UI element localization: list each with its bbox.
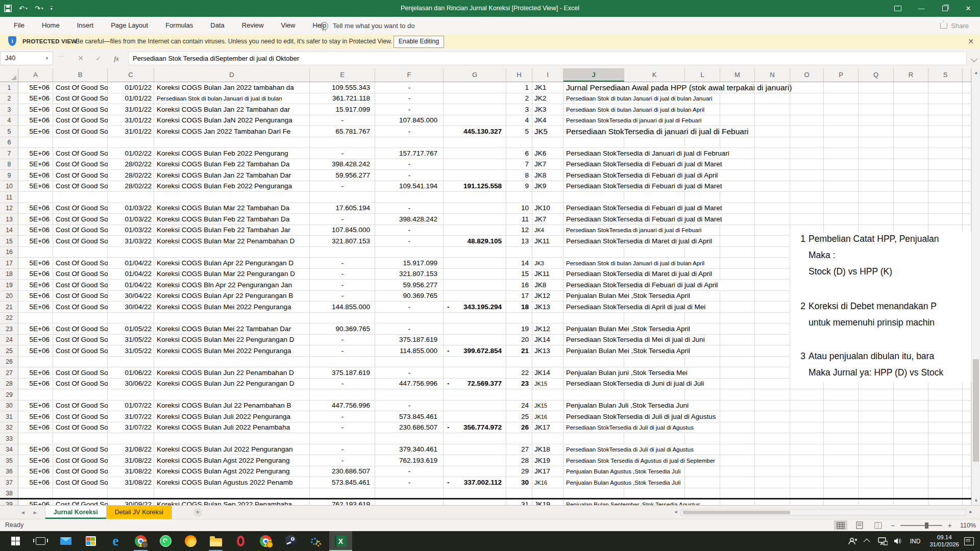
cell-H28[interactable]: 23 [506, 379, 532, 389]
cell-J23[interactable]: Penjualan Bulan Mei ,Stok Tersedia April [564, 324, 693, 334]
col-header-D[interactable]: D [154, 68, 310, 82]
cell-A14[interactable]: 5E+06 [18, 225, 53, 235]
cell-C36[interactable]: 31/08/22 [108, 466, 154, 477]
cell-I15[interactable]: JK11 [532, 236, 564, 246]
cell-F35[interactable]: 762.193.619 [375, 456, 444, 466]
cell-I23[interactable]: JK12 [532, 324, 564, 334]
cell-H25[interactable]: 21 [506, 346, 532, 356]
col-header-S[interactable]: S [928, 68, 963, 82]
cell-F30[interactable]: - [375, 400, 444, 411]
cell-C7[interactable]: 01/02/22 [108, 148, 154, 159]
cell-C2[interactable]: 01/01/22 [108, 93, 154, 104]
cell-J3[interactable]: Persediaan Stok di bulan Januari di jual… [564, 105, 707, 115]
taskbar-edge-icon[interactable]: e [104, 531, 127, 551]
name-box[interactable]: J40 ▼ [0, 52, 53, 65]
cell-D2[interactable]: Persediaan Stok di bulan Januari di jual… [154, 93, 309, 104]
cell-I39[interactable]: JK19 [532, 499, 564, 505]
cell-C28[interactable]: 30/06/22 [108, 379, 154, 389]
scroll-left-icon[interactable]: ◄ [674, 510, 678, 514]
zoom-level[interactable]: 110% [958, 522, 976, 529]
cell-D9[interactable]: Koreksi COGS Bulan Jan 22 Tambahan Dar [154, 170, 309, 181]
row-header-3[interactable]: 3 [0, 105, 18, 115]
row-header-21[interactable]: 21 [0, 302, 18, 312]
row-header-10[interactable]: 10 [0, 181, 18, 191]
cell-B37[interactable]: Cost Of Good So [53, 478, 108, 488]
cell-H27[interactable]: 22 [506, 368, 532, 378]
scroll-down-icon[interactable]: ▼ [972, 496, 980, 505]
cell-F32[interactable]: 230.686.507 [375, 422, 444, 433]
cell-E9[interactable]: 59.956.277 [310, 170, 375, 181]
cell-A31[interactable]: 5E+06 [18, 412, 53, 422]
cell-C37[interactable]: 31/08/22 [108, 478, 154, 488]
cell-A4[interactable]: 5E+06 [18, 115, 53, 126]
taskbar-mail-icon[interactable] [54, 531, 77, 551]
cell-A30[interactable]: 5E+06 [18, 400, 53, 411]
tell-me-box[interactable]: Tell me what you want to do [321, 17, 414, 34]
cell-D10[interactable]: Koreksi COGS Bulan Feb 2022 Penguranga [154, 181, 309, 191]
cell-J36[interactable]: Penjualan Bulan Agustus ,Stok Tersedia J… [564, 466, 683, 477]
cell-D32[interactable]: Koreksi COGS Bulan Juli 2022 Penambaha [154, 422, 309, 433]
formula-input[interactable]: Persediaan Stok Tersedia diSeptember di … [128, 52, 967, 65]
cell-H30[interactable]: 24 [506, 400, 532, 411]
cell-F10[interactable]: 109.541.194 [375, 181, 444, 191]
cell-J2[interactable]: Persediaan Stok di bulan Januari di jual… [564, 93, 715, 104]
zoom-in-icon[interactable]: + [948, 521, 952, 530]
share-button[interactable]: Share [940, 17, 969, 34]
people-icon[interactable] [845, 531, 860, 551]
cell-B8[interactable]: Cost Of Good So [53, 159, 108, 169]
cell-E36[interactable]: 230.686.507 [310, 466, 375, 477]
col-header-P[interactable]: P [824, 68, 859, 82]
row-header-39[interactable]: 39 [0, 499, 18, 505]
col-header-E[interactable]: E [310, 68, 375, 82]
cell-E15[interactable]: 321.807.153 [310, 236, 375, 246]
cell-B12[interactable]: Cost Of Good So [53, 203, 108, 213]
ribbon-tab-data[interactable]: Data [202, 17, 233, 34]
cell-A27[interactable]: 5E+06 [18, 368, 53, 378]
cell-F37[interactable]: - [375, 478, 444, 488]
cell-I5[interactable]: JK5 [532, 127, 564, 137]
cell-B28[interactable]: Cost Of Good So [53, 379, 108, 389]
cell-H18[interactable]: 15 [506, 269, 532, 279]
cell-B14[interactable]: Cost Of Good So [53, 225, 108, 235]
cell-B20[interactable]: Cost Of Good So [53, 291, 108, 301]
cell-E13[interactable]: - [310, 214, 375, 224]
cell-H32[interactable]: 26 [506, 422, 532, 433]
cell-H2[interactable]: 2 [506, 93, 532, 104]
formula-bar-splitter[interactable]: ⋮ [59, 54, 65, 60]
taskbar-start-icon[interactable] [4, 531, 27, 551]
col-header-H[interactable]: H [506, 68, 532, 82]
cell-A21[interactable]: 5E+06 [18, 302, 53, 312]
cell-D12[interactable]: Koreksi COGS Bulan Mar 22 Tambahan Da [154, 203, 309, 213]
cell-J34[interactable]: Persediaan StokTersedia di Juli di jual … [564, 444, 697, 455]
cell-A17[interactable]: 5E+06 [18, 258, 53, 268]
row-header-18[interactable]: 18 [0, 269, 18, 279]
cell-C9[interactable]: 28/02/22 [108, 170, 154, 181]
cell-B15[interactable]: Cost Of Good So [53, 236, 108, 246]
cell-I18[interactable]: JK11 [532, 269, 564, 279]
cell-E39[interactable]: 762.193.619 [310, 499, 375, 505]
horizontal-scrollbar[interactable]: ◄ ► [674, 509, 973, 516]
cell-J35[interactable]: Persediaan Stok Tersedia di Agustus di j… [564, 456, 718, 466]
cell-G32[interactable]: -356.774.972 [444, 422, 506, 433]
taskbar-settings-icon[interactable] [304, 531, 327, 551]
cell-A37[interactable]: 5E+06 [18, 478, 53, 488]
page-break-view-icon[interactable] [872, 520, 885, 530]
cell-E7[interactable]: - [310, 148, 375, 159]
cell-J15[interactable]: Persediaan StokTersedia di Maret di jual… [564, 236, 715, 246]
cell-I8[interactable]: JK7 [532, 159, 564, 169]
cell-F5[interactable]: - [375, 127, 444, 137]
scroll-right-icon[interactable]: ► [969, 510, 973, 514]
cell-A7[interactable]: 5E+06 [18, 148, 53, 159]
cell-F25[interactable]: 114.855.000 [375, 346, 444, 356]
row-header-25[interactable]: 25 [0, 346, 18, 356]
row-header-20[interactable]: 20 [0, 291, 18, 301]
row-header-36[interactable]: 36 [0, 466, 18, 477]
cell-D17[interactable]: Koreksi COGS Bulan Apr 22 Pengurangan D [154, 258, 309, 268]
cell-D21[interactable]: Koreksi COGS Bulan Mei 2022 Penguranga [154, 302, 309, 312]
cell-C4[interactable]: 31/01/22 [108, 115, 154, 126]
cell-I12[interactable]: JK10 [532, 203, 564, 213]
row-header-29[interactable]: 29 [0, 390, 18, 400]
cell-I19[interactable]: JK8 [532, 280, 564, 290]
cell-F12[interactable]: - [375, 203, 444, 213]
cell-C1[interactable]: 01/01/22 [108, 83, 154, 93]
